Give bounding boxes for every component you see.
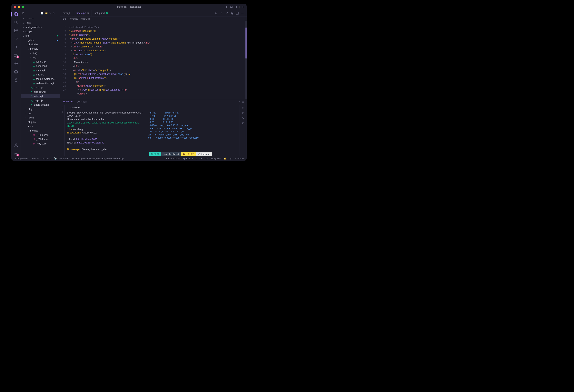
new-folder-icon[interactable]: 📁 bbox=[45, 12, 48, 15]
status-notif-icon[interactable]: 🔔 bbox=[224, 157, 226, 160]
status-lang[interactable]: Nunjucks bbox=[211, 157, 221, 160]
folder-item[interactable]: ›node_modules bbox=[21, 25, 60, 29]
code-editor[interactable]: 1234567891011121314151617 You, last mont… bbox=[60, 21, 246, 99]
file-item[interactable]: ⋀footer.njk bbox=[21, 60, 60, 64]
breadcrumb[interactable]: src›_includes›index.njk bbox=[60, 17, 246, 21]
panel-maximize-icon[interactable]: ⌃ bbox=[238, 101, 240, 103]
github-tab[interactable] bbox=[13, 69, 19, 75]
terminal-run-icon[interactable]: ▷ bbox=[242, 121, 244, 124]
explorer-tab[interactable] bbox=[13, 11, 19, 17]
collapse-icon[interactable]: ⊟ bbox=[53, 12, 55, 15]
go-icon[interactable]: ↗ bbox=[226, 11, 228, 15]
status-eol[interactable]: LF bbox=[205, 157, 208, 160]
code-content[interactable]: You, last month | 1 author (You){% exten… bbox=[69, 21, 246, 99]
breadcrumb-segment[interactable]: _includes bbox=[68, 18, 78, 20]
file-item[interactable]: ❡_2004.scss bbox=[21, 137, 60, 142]
folder-item[interactable]: ⌄src bbox=[21, 34, 60, 38]
folder-item[interactable]: ›blog bbox=[21, 51, 60, 55]
lens-tab[interactable] bbox=[13, 61, 19, 66]
svg-rect-5 bbox=[16, 29, 18, 30]
settings-tab[interactable]: 1 bbox=[13, 150, 19, 156]
minimize-window-button[interactable] bbox=[18, 6, 20, 8]
minimap[interactable] bbox=[245, 21, 246, 99]
terminal[interactable]: $ NODE_ENV=development BASE_URL=http://l… bbox=[65, 110, 240, 152]
run-tab[interactable] bbox=[13, 44, 19, 50]
chevron-right-icon[interactable]: › bbox=[62, 106, 63, 109]
file-item[interactable]: ❡_1999.scss bbox=[21, 133, 60, 137]
breadcrumb-segment[interactable]: index.njk bbox=[81, 18, 90, 20]
output-icon[interactable]: ≡ bbox=[62, 111, 63, 113]
search-tab[interactable] bbox=[13, 20, 19, 25]
status-path[interactable]: /Users/sophie/dev/localghost/src/_includ… bbox=[72, 157, 124, 160]
file-item[interactable]: ⋀index.njk bbox=[21, 94, 60, 98]
panel-tab[interactable]: JUPYTER bbox=[77, 101, 87, 104]
folder-item[interactable]: ›svg bbox=[21, 55, 60, 60]
folder-item[interactable]: ›css bbox=[21, 111, 60, 116]
folder-item[interactable]: ›blog bbox=[21, 107, 60, 111]
folder-item[interactable]: ›scripts bbox=[21, 29, 60, 34]
folder-item[interactable]: ›filters bbox=[21, 116, 60, 120]
status-feedback-icon[interactable]: ⊘ bbox=[229, 157, 231, 160]
status-cursor[interactable]: Ln 24, Col 15 bbox=[166, 157, 180, 160]
status-spaces[interactable]: Spaces: 2 bbox=[183, 157, 193, 160]
file-item[interactable]: ⋀base.njk bbox=[21, 85, 60, 90]
panel-close-icon[interactable]: ✕ bbox=[242, 101, 244, 103]
compare-icon[interactable]: ⇆ bbox=[215, 11, 217, 15]
tree-tab[interactable] bbox=[13, 77, 19, 83]
folder-item[interactable]: ›_data bbox=[21, 38, 60, 42]
status-prettier[interactable]: ✓ Prettier bbox=[235, 157, 245, 160]
folder-item[interactable]: ›plugins bbox=[21, 120, 60, 124]
file-item[interactable]: ⋀nav.njk bbox=[21, 73, 60, 77]
status-encoding[interactable]: UTF-8 bbox=[196, 157, 203, 160]
layout-grid-icon[interactable]: ⊞ bbox=[242, 5, 244, 8]
maximize-window-button[interactable] bbox=[21, 6, 24, 8]
folder-item[interactable]: ⌄scss bbox=[21, 124, 60, 129]
svg-marker-7 bbox=[15, 46, 18, 49]
panel-tab[interactable]: TERMINAL bbox=[63, 100, 74, 104]
panel-right-icon[interactable]: ◨ bbox=[235, 5, 237, 8]
svg-point-14 bbox=[16, 153, 17, 154]
panel-bottom-icon[interactable]: ⬓ bbox=[230, 5, 233, 8]
file-item[interactable]: ❡_city.scss bbox=[21, 142, 60, 146]
user-icon[interactable]: ◉ bbox=[231, 11, 233, 15]
panel-left-icon[interactable]: ◧ bbox=[226, 5, 228, 8]
editor-tab[interactable]: index.njk× bbox=[73, 10, 92, 16]
explorer-header: E 📄 📁 ↻ ⊟ ⋯ bbox=[21, 10, 60, 17]
codelens[interactable]: You, last month | 1 author (You) bbox=[69, 25, 246, 29]
status-problems[interactable]: ⊘ 0 ⚠ 0 bbox=[42, 157, 51, 160]
editor-tab[interactable]: nav.njk bbox=[60, 10, 73, 16]
file-item[interactable]: ⋀meta.njk bbox=[21, 68, 60, 73]
terminal-ext-icon[interactable]: ⇱ bbox=[242, 106, 244, 109]
file-item[interactable]: ⋀webmentions.njk bbox=[21, 81, 60, 85]
status-liveshare[interactable]: 📡 Live Share bbox=[54, 157, 68, 160]
folder-item[interactable]: ›_cache bbox=[21, 17, 60, 21]
file-item[interactable]: ⋀blog-list.njk bbox=[21, 90, 60, 94]
new-file-icon[interactable]: 📄 bbox=[41, 12, 43, 15]
commit-icon[interactable]: -○- bbox=[220, 11, 224, 15]
status-sync[interactable]: ⟳ 0↓ 3↑ bbox=[31, 157, 39, 160]
file-item[interactable]: ⋀single-post.njk bbox=[21, 103, 60, 107]
folder-item[interactable]: ⌄partials bbox=[21, 47, 60, 51]
folder-item[interactable]: ⌄_includes bbox=[21, 42, 60, 47]
scm-tab[interactable]: 3 bbox=[13, 53, 19, 58]
close-window-button[interactable] bbox=[14, 6, 16, 8]
breadcrumb-segment[interactable]: src bbox=[63, 18, 66, 20]
folder-item[interactable]: ›_site bbox=[21, 21, 60, 25]
file-item[interactable]: ⋀header.njk bbox=[21, 64, 60, 68]
account-tab[interactable] bbox=[13, 142, 19, 148]
extensions-tab[interactable] bbox=[13, 28, 19, 33]
more-icon[interactable]: ⋯ bbox=[56, 12, 58, 15]
folder-item[interactable]: ⌄themes bbox=[21, 129, 60, 133]
terminal-split-icon[interactable]: ⫸ bbox=[242, 111, 245, 114]
file-item[interactable]: ⋀theme-switcher.... bbox=[21, 77, 60, 81]
refresh-icon[interactable]: ↻ bbox=[49, 12, 51, 15]
more-editor-icon[interactable]: ⋯ bbox=[241, 11, 244, 15]
close-tab-icon[interactable]: × bbox=[87, 12, 89, 15]
file-tree[interactable]: ›_cache›_site›node_modules›scripts⌄src›_… bbox=[21, 17, 60, 156]
status-branch[interactable]: ⎇ dropdown* bbox=[13, 157, 28, 160]
share-tab[interactable] bbox=[13, 36, 19, 41]
file-item[interactable]: ⋀page.njk bbox=[21, 98, 60, 103]
editor-tab[interactable]: setup.mdU bbox=[92, 10, 111, 16]
split-icon[interactable]: ◫ bbox=[236, 11, 239, 15]
terminal-add-icon[interactable]: ⊕ bbox=[242, 116, 244, 119]
